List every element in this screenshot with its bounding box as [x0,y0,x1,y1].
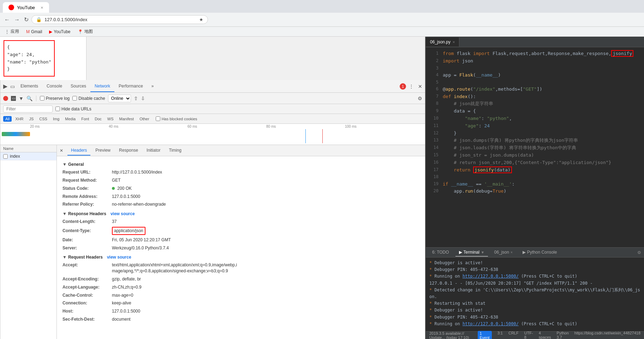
term-link-1[interactable]: http://127.0.0.1:5000/ [463,274,519,279]
date-label: Date: [62,237,112,243]
code-line-3: 3 [426,65,644,72]
details-close-button[interactable]: ✕ [60,148,63,153]
bookmark-maps[interactable]: 📍 地图 [76,28,95,35]
devtools-device-icon[interactable]: ▭ [9,82,16,91]
bookmark-gmail[interactable]: M Gmail [24,29,44,35]
detail-tab-initiator[interactable]: Initiator [143,146,164,156]
preserve-log-checkbox[interactable] [40,96,44,101]
type-tab-ws[interactable]: WS [105,116,116,122]
content-type-row: Content-Type: application/json [62,226,419,236]
filter-button[interactable]: ▼ [19,96,24,101]
record-button[interactable] [3,96,8,101]
type-tab-manifest[interactable]: Manifest [117,116,136,122]
nav-bar: ← → ↻ 🔒 127.0.0.1:5000/index ★ [0,13,644,27]
has-blocked-cookies-label[interactable]: Has blocked cookies [156,116,197,121]
status-python: Python 3.7 [557,331,569,339]
terminal-tab-python-console[interactable]: ▶ Python Console [519,248,561,256]
bookmark-apps[interactable]: ⋮ 应用 [3,28,21,35]
devtools-close-button[interactable]: ✕ [417,82,424,91]
terminal-tab-close[interactable]: ▼ [481,250,484,254]
tab-elements[interactable]: Elements [16,81,42,92]
reload-button[interactable]: ↻ [23,15,30,24]
response-headers-view-source[interactable]: view source [111,211,135,216]
tab-network[interactable]: Network [90,81,114,92]
tab-performance[interactable]: Performance [114,81,147,92]
terminal-settings-button[interactable]: ⚙ [637,250,641,255]
export-button[interactable]: ⇩ [141,96,145,101]
has-blocked-cookies-checkbox[interactable] [156,116,160,121]
import-button[interactable]: ⇧ [134,96,138,101]
detail-tab-response[interactable]: Response [115,146,142,156]
hide-data-urls-checkbox[interactable] [55,107,60,111]
term-line-2: * Debugger PIN: 405-472-638 [429,266,640,273]
tab-more[interactable]: » [147,81,158,92]
maps-label: 地图 [84,29,93,35]
tab-console[interactable]: Console [42,81,66,92]
request-checkbox[interactable] [3,154,8,159]
type-tab-other[interactable]: Other [137,116,151,122]
terminal-tab-terminal[interactable]: ▶ Terminal ▼ [455,248,488,256]
terminal-tab-06json[interactable]: 06_json × [491,248,516,256]
terminal-tab-todo[interactable]: 6: TODO [429,248,453,256]
request-method-label: Request Method: [62,177,112,183]
type-tab-img[interactable]: Img [51,116,61,122]
type-tab-media[interactable]: Media [63,116,78,122]
host-label: Host: [62,308,112,314]
term-link-2[interactable]: http://127.0.0.1:5000/ [463,321,519,326]
devtools-select-icon[interactable]: ▶ [2,81,9,91]
detail-tab-headers[interactable]: Headers [67,146,90,156]
request-url-value: http://127.0.0.1:5000/index [112,169,162,175]
devtools-menu-button[interactable]: ⋮ [407,82,415,91]
table-row[interactable]: index [0,152,56,161]
tab-sources[interactable]: Sources [66,81,90,92]
stop-button[interactable]: ▭ [11,96,16,101]
request-url-row: Request URL: http://127.0.0.1:5000/index [62,168,419,176]
active-tab[interactable]: YouTube × [3,2,49,13]
request-headers-view-source[interactable]: view source [107,255,131,260]
type-tab-js[interactable]: JS [27,116,36,122]
timeline-label-40ms: 40 ms [109,125,187,128]
details-content: ▼ General Request URL: http://127.0.0.1:… [57,156,425,339]
response-headers-section-title[interactable]: ▼ Response Headers view source [62,208,419,218]
search-button[interactable]: 🔍 [26,96,32,101]
forward-button[interactable]: → [13,15,21,24]
disable-cache-checkbox[interactable] [72,96,77,101]
content-type-label: Content-Type: [62,228,112,234]
apps-icon: ⋮ [5,29,9,34]
detail-tab-preview[interactable]: Preview [92,146,114,156]
address-bar[interactable]: 🔒 127.0.0.1:5000/index ★ [31,15,208,24]
hide-data-urls-label[interactable]: Hide data URLs [55,107,91,111]
details-tab-bar: ✕ Headers Preview Response Initiator Tim… [57,145,425,156]
settings-button[interactable]: ⚙ [418,96,422,101]
tab-favicon [8,5,14,10]
general-title-text: General [68,162,84,167]
filter-input[interactable] [3,105,53,113]
back-button[interactable]: ← [3,15,11,24]
status-crlf: CRLF [508,331,519,339]
type-tab-css[interactable]: CSS [37,116,49,122]
request-method-value: GET [112,177,121,183]
sec-fetch-dest-row: Sec-Fetch-Dest: document [62,315,419,323]
bookmark-youtube[interactable]: ▶ YouTube [47,29,72,35]
type-tab-all[interactable]: All [3,116,12,122]
browser-chrome: YouTube × ← → ↻ 🔒 127.0.0.1:5000/index ★… [0,0,644,37]
tab-close-button[interactable]: × [41,5,43,10]
type-tab-doc[interactable]: Doc [93,116,104,122]
disable-cache-label[interactable]: Disable cache [72,96,105,101]
terminal-06json-close[interactable]: × [511,250,513,254]
editor-tab-close-icon[interactable]: × [453,40,455,44]
throttle-select[interactable]: Online [108,95,131,102]
editor-tab-active[interactable]: 06_json.py × [426,37,459,47]
type-tab-xhr[interactable]: XHR [13,116,25,122]
type-tab-font[interactable]: Font [79,116,91,122]
code-line-17: 17 return jsonify(data) [426,167,644,174]
detail-tab-timing[interactable]: Timing [165,146,185,156]
editor-tab-filename: 06_json.py [430,40,451,44]
request-headers-section-title[interactable]: ▼ Request Headers view source [62,252,419,261]
general-section-title[interactable]: ▼ General [62,159,419,168]
network-toolbar: ▭ ▼ 🔍 Preserve log Disable cache Online … [0,93,425,104]
remote-address-value: 127.0.0.1:5000 [112,194,140,200]
preserve-log-label[interactable]: Preserve log [40,96,70,101]
accept-language-label: Accept-Language: [62,284,112,290]
hide-data-urls-text: Hide data URLs [61,107,91,111]
